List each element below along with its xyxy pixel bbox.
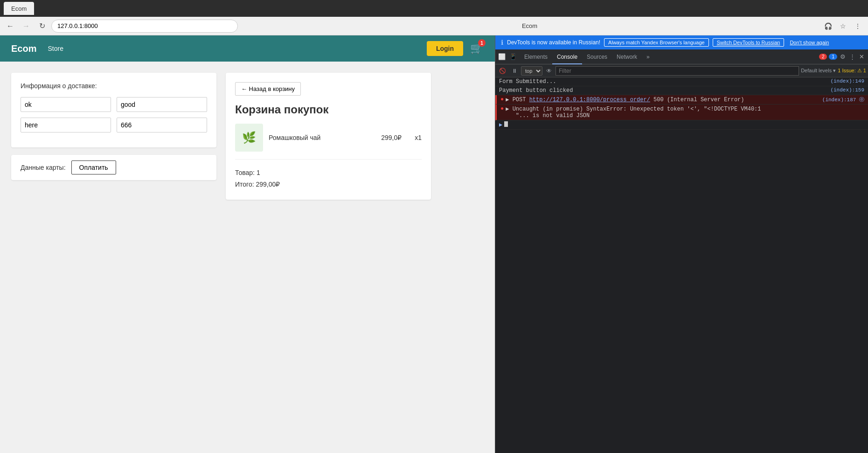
browser-tab[interactable]: Ecom <box>4 2 34 15</box>
console-line-text: Form Submitted... <box>499 78 830 85</box>
console-error-file[interactable]: (index):187 ⓔ <box>822 96 864 103</box>
console-line: Payment button clicked (index):159 <box>495 86 868 95</box>
console-cursor <box>504 121 508 127</box>
console-output: Form Submitted... (index):149 Payment bu… <box>495 77 868 453</box>
console-error-text-2: ▶ Uncaught (in promise) SyntaxError: Une… <box>506 105 864 119</box>
console-toolbar: 🚫 ⏸ top 👁 Default levels ▾ 1 Issue: ⚠ 1 <box>495 64 868 77</box>
inspect-icon[interactable]: ⬜ <box>497 52 507 61</box>
error-link[interactable]: http://127.0.0.1:8000/process_order/ <box>529 97 650 103</box>
delivery-card: Информация о доставке: <box>11 73 216 147</box>
error-icon: ● <box>500 96 504 103</box>
devtools-panel: ℹ DevTools is now available in Russian! … <box>495 35 868 453</box>
cart-title: Корзина покупок <box>235 103 422 116</box>
console-error-line: ● ▶ POST http://127.0.0.1:8000/process_o… <box>495 95 868 105</box>
match-language-button[interactable]: Always match Yandex Browser's language <box>604 38 709 47</box>
refresh-button[interactable]: ↻ <box>35 20 49 33</box>
console-error-text: ▶ POST http://127.0.0.1:8000/process_ord… <box>506 96 822 103</box>
more-options-icon[interactable]: ⋮ <box>848 52 856 61</box>
app-body: Информация о доставке: Данные карты: Опл… <box>0 62 495 211</box>
prompt-arrow: ▶ <box>499 121 502 128</box>
console-line: Form Submitted... (index):149 <box>495 77 868 86</box>
console-cursor-line[interactable]: ▶ <box>495 120 868 130</box>
cart-card: ← Назад в корзину Корзина покупок 🌿 Рома… <box>226 73 431 200</box>
payment-label: Данные карты: <box>21 164 66 171</box>
filter-input[interactable] <box>556 66 799 76</box>
payment-row: Данные карты: Оплатить <box>11 155 216 180</box>
tab-title: Ecom <box>11 5 27 12</box>
cart-badge: 1 <box>478 39 486 47</box>
address-bar[interactable] <box>51 20 238 33</box>
field-666[interactable] <box>117 118 207 132</box>
tab-network[interactable]: Network <box>612 49 642 64</box>
device-icon[interactable]: 📱 <box>508 52 518 61</box>
warning-badge: 1 <box>829 54 837 60</box>
summary-items: Товар: 1 <box>235 167 422 179</box>
eye-button[interactable]: 👁 <box>544 67 554 75</box>
tab-sources[interactable]: Sources <box>582 49 612 64</box>
notification-text: DevTools is now available in Russian! <box>507 39 600 46</box>
dont-show-again-button[interactable]: Don't show again <box>790 40 829 45</box>
switch-to-russian-button[interactable]: Switch DevTools to Russian <box>713 38 785 47</box>
field-ok[interactable] <box>21 97 111 112</box>
cart-item-price: 299,0₽ <box>381 134 402 141</box>
cart-item-image: 🌿 <box>235 124 263 152</box>
default-levels-button[interactable]: Default levels ▾ <box>801 68 836 74</box>
issue-label: 1 Issue: ⚠ 1 <box>838 68 866 74</box>
cart-button[interactable]: 🛒 1 <box>469 41 484 56</box>
tab-elements[interactable]: Elements <box>520 49 552 64</box>
field-good[interactable] <box>117 97 207 112</box>
delivery-title: Информация о доставке: <box>21 82 207 90</box>
page-title: Ecom <box>241 22 819 29</box>
close-devtools-icon[interactable]: ✕ <box>858 52 865 61</box>
form-row-1 <box>21 97 207 112</box>
preserve-log-button[interactable]: ⏸ <box>510 67 519 75</box>
back-to-cart-button[interactable]: ← Назад в корзину <box>235 82 301 96</box>
extensions-icon: 🎧 <box>821 20 834 33</box>
tabs-more[interactable]: » <box>642 49 654 64</box>
back-button[interactable]: ← <box>4 20 17 33</box>
menu-icon[interactable]: ⋮ <box>851 20 864 33</box>
console-line-file[interactable]: (index):149 <box>830 78 864 84</box>
clear-console-button[interactable]: 🚫 <box>497 67 508 75</box>
bookmark-icon[interactable]: ☆ <box>836 20 849 33</box>
console-line-text: Payment button clicked <box>499 87 830 94</box>
summary-total: Итого: 299,00₽ <box>235 179 422 190</box>
context-selector[interactable]: top <box>521 66 542 76</box>
devtools-tabs: ⬜ 📱 Elements Console Sources Network » 2… <box>495 49 868 64</box>
form-row-2 <box>21 118 207 132</box>
cart-summary: Товар: 1 Итого: 299,00₽ <box>235 167 422 190</box>
settings-icon[interactable]: ⚙ <box>839 52 847 61</box>
cart-item-name: Ромашковый чай <box>269 134 375 141</box>
error-badge: 2 <box>819 54 827 60</box>
header-right: Login 🛒 1 <box>427 41 484 56</box>
error-icon-2: ● <box>500 105 504 112</box>
console-line-file[interactable]: (index):159 <box>830 87 864 93</box>
tab-console[interactable]: Console <box>552 49 582 64</box>
field-here[interactable] <box>21 118 111 132</box>
cart-item-qty: x1 <box>415 134 422 141</box>
console-error-line-2: ● ▶ Uncaught (in promise) SyntaxError: U… <box>495 105 868 120</box>
cart-item: 🌿 Ромашковый чай 299,0₽ x1 <box>235 124 422 160</box>
nav-store[interactable]: Store <box>48 45 63 52</box>
devtools-notification: ℹ DevTools is now available in Russian! … <box>495 35 868 49</box>
item-emoji: 🌿 <box>242 131 256 144</box>
devtools-left-icons: ⬜ 📱 <box>495 52 520 61</box>
info-icon: ℹ <box>501 39 503 46</box>
app-header: Ecom Store Login 🛒 1 <box>0 35 495 62</box>
app-logo: Ecom <box>11 43 36 54</box>
login-button[interactable]: Login <box>427 41 463 56</box>
pay-button[interactable]: Оплатить <box>71 160 116 174</box>
forward-button[interactable]: → <box>20 20 33 33</box>
